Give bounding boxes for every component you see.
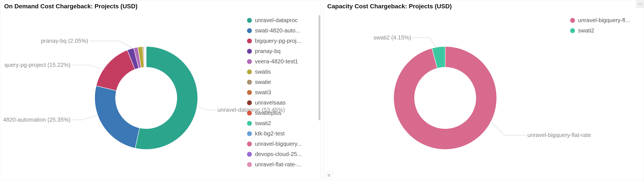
legend-label: pranay-bq: [255, 48, 280, 54]
donut-chart-ondemand[interactable]: unravel-dataproc (53.45%) 4820-automatio…: [0, 11, 244, 181]
legend-label: swatieplus: [255, 110, 282, 116]
legend-item[interactable]: swatis: [246, 66, 318, 77]
legend-label: unravelsaas: [255, 99, 286, 106]
legend-label: swatie: [255, 79, 271, 86]
panel-menu-button[interactable]: ▫▫▫: [636, 1, 644, 8]
legend-label: swati3: [255, 89, 271, 96]
legend-swatch: [247, 28, 252, 33]
legend-swatch: [570, 28, 575, 33]
legend-item[interactable]: swati-4820-auto...: [246, 26, 318, 36]
panel-body: unravel-dataproc (53.45%) 4820-automatio…: [0, 11, 321, 181]
legend-item[interactable]: veera-4820-test1: [246, 56, 318, 66]
legend-swatch: [247, 162, 252, 167]
leader-line: [72, 65, 104, 70]
menu-dots-icon: ▫▫▫: [638, 2, 642, 6]
slice-label: swati2 (4.15%): [374, 34, 411, 41]
legend-item[interactable]: unravel-bigquery-fl...: [569, 15, 642, 26]
slice-label: query-pg-project (15.22%): [4, 62, 70, 68]
leader-line: [198, 107, 216, 110]
legend-item[interactable]: swati2: [246, 118, 318, 128]
legend-label: swati2: [255, 120, 271, 127]
legend-swatch: [247, 49, 252, 54]
leader-line: [412, 38, 436, 48]
legend-swatch: [247, 90, 252, 95]
legend-item[interactable]: unravel-dataproc: [246, 15, 318, 26]
legend-swatch: [247, 121, 252, 126]
donut-slice[interactable]: [96, 50, 135, 90]
legend-label: bigquery-pg-proj...: [255, 38, 301, 44]
leader-line: [72, 116, 97, 120]
legend-swatch: [247, 18, 252, 23]
panel-title: Capacity Cost Chargeback: Projects (USD): [323, 0, 644, 11]
list-icon: [326, 173, 331, 178]
donut-chart-capacity[interactable]: swati2 (4.15%) unravel-bigquery-flat-rat…: [323, 11, 567, 181]
legend-swatch: [247, 131, 252, 136]
legend-swatch: [247, 59, 252, 64]
legend-label: unravel-flat-rate-...: [255, 161, 302, 168]
legend-swatch: [247, 152, 252, 157]
legend-item[interactable]: ktk-bg2-test: [246, 128, 318, 139]
legend-capacity: unravel-bigquery-fl...swati2: [567, 11, 644, 181]
legend-item[interactable]: devops-cloud-25...: [246, 149, 318, 159]
legend-item[interactable]: pranay-bq: [246, 46, 318, 56]
legend-swatch: [247, 142, 252, 146]
legend-label: unravel-bigquery-fl...: [578, 17, 630, 24]
panel-title: On Demand Cost Chargeback: Projects (USD…: [0, 0, 321, 11]
legend-ondemand: unravel-dataprocswati-4820-auto...bigque…: [244, 11, 321, 181]
legend-item[interactable]: swati3: [246, 87, 318, 98]
donut-slice[interactable]: [146, 46, 146, 67]
legend-label: veera-4820-test1: [255, 58, 298, 65]
legend-item[interactable]: unravel-flat-rate-...: [246, 159, 318, 170]
legend-swatch: [570, 18, 575, 23]
slice-label: pranay-bq (2.05%): [41, 38, 88, 44]
legend-item[interactable]: bigquery-pg-proj...: [246, 36, 318, 46]
panel-capacity: ▫▫▫ Capacity Cost Chargeback: Projects (…: [323, 0, 644, 181]
legend-swatch: [247, 80, 252, 84]
leader-line: [89, 41, 133, 49]
donut-slice[interactable]: [95, 86, 140, 148]
legend-item[interactable]: swati2: [569, 26, 642, 36]
legend-swatch: [247, 100, 252, 105]
legend-swatch: [247, 38, 252, 44]
legend-label: unravel-dataproc: [255, 17, 298, 24]
legend-item[interactable]: swatieplus: [246, 108, 318, 118]
legend-swatch: [247, 70, 252, 74]
leader-line: [491, 122, 526, 135]
legend-scrollbar[interactable]: [318, 15, 320, 120]
slice-label: 4820-automation (25.35%): [3, 116, 70, 123]
legend-label: swati2: [578, 27, 594, 34]
panel-body: swati2 (4.15%) unravel-bigquery-flat-rat…: [323, 11, 644, 181]
legend-item[interactable]: unravel-bigquery...: [246, 139, 318, 149]
legend-item[interactable]: swatie: [246, 77, 318, 87]
legend-item[interactable]: unravelsaas: [246, 98, 318, 108]
panel-ondemand: On Demand Cost Chargeback: Projects (USD…: [0, 0, 321, 181]
legend-label: swatis: [255, 68, 271, 75]
legend-swatch: [247, 111, 252, 116]
legend-toggle-button[interactable]: [325, 172, 332, 179]
legend-label: ktk-bg2-test: [255, 130, 285, 137]
legend-label: unravel-bigquery...: [255, 140, 302, 147]
legend-label: devops-cloud-25...: [255, 151, 302, 158]
legend-label: swati-4820-auto...: [255, 27, 300, 34]
